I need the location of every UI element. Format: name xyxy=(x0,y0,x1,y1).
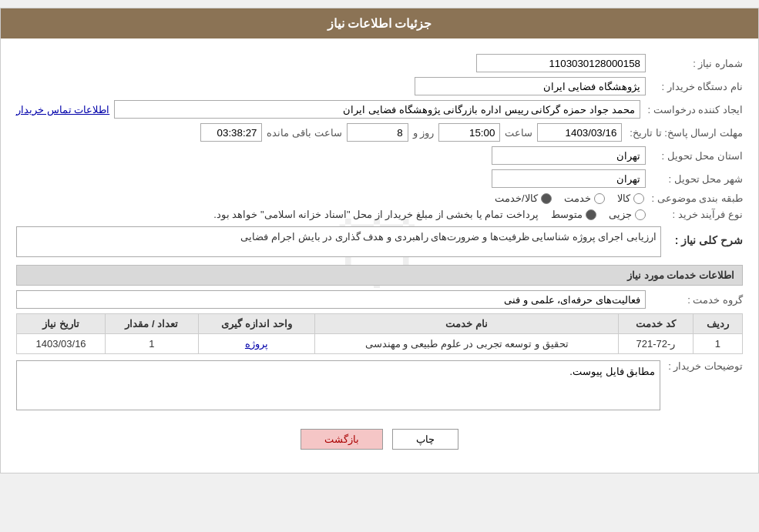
noe-farayand-label: نوع فرآیند خرید : xyxy=(650,209,743,220)
mohlat-label: مهلت ارسال پاسخ: تا تاریخ: xyxy=(626,127,743,139)
tabaqe-khedmat-radio[interactable] xyxy=(594,193,605,204)
baghimande-input[interactable] xyxy=(200,123,262,142)
mohlat-row: مهلت ارسال پاسخ: تا تاریخ: ساعت روز و سا… xyxy=(16,123,743,142)
main-content: 🛡 شماره نیاز : نام دستگاه خریدار : ایجاد… xyxy=(1,38,758,473)
farayand-jozii-radio[interactable] xyxy=(635,209,646,220)
tabaqe-khedmat-label: خدمت xyxy=(564,192,591,204)
saat-label: ساعت xyxy=(505,127,532,139)
grooh-input[interactable] xyxy=(16,290,646,309)
farayand-note: پرداخت تمام یا بخشی از مبلغ خریدار از مح… xyxy=(213,209,539,220)
tabaqe-khedmat-item[interactable]: خدمت xyxy=(564,192,605,204)
back-button[interactable]: بازگشت xyxy=(301,429,383,450)
bottom-buttons: چاپ بازگشت xyxy=(16,417,743,465)
cell-count: 1 xyxy=(106,334,198,354)
nam-dastgah-row: نام دستگاه خریدار : xyxy=(16,77,743,95)
col-radif: ردیف xyxy=(693,314,743,334)
ostan-label: استان محل تحویل : xyxy=(650,150,743,162)
tabaqe-label: طبقه بندی موضوعی : xyxy=(649,192,743,204)
farayand-mottavassett-label: متوسط xyxy=(551,209,583,220)
baghimande-label: ساعت باقی مانده xyxy=(267,127,341,139)
tabaqe-kala-item[interactable]: کالا xyxy=(617,192,644,204)
sharh-value: ارزیابی اجرای پروژه شناسایی ظرفیت‌ها و ض… xyxy=(16,226,661,257)
page-header: جزئیات اطلاعات نیاز xyxy=(1,8,758,38)
saat-input[interactable] xyxy=(438,123,500,142)
farayand-mottavassett-item[interactable]: متوسط xyxy=(551,209,596,220)
tabaqe-kala-radio[interactable] xyxy=(633,193,644,204)
cell-radif: 1 xyxy=(693,334,743,354)
tabaqe-kala-label: کالا xyxy=(617,192,630,204)
rooz-label: روز و xyxy=(413,127,435,139)
shahr-input[interactable] xyxy=(492,169,646,188)
cell-name: تحقیق و توسعه تجربی در علوم طبیعی و مهند… xyxy=(315,334,619,354)
etalat-tamas-link[interactable]: اطلاعات تماس خریدار xyxy=(16,104,109,115)
rooz-input[interactable] xyxy=(347,123,408,142)
ostan-row: استان محل تحویل : xyxy=(16,146,743,165)
sharh-header: شرح کلی نیاز : xyxy=(666,234,743,246)
farayand-jozii-item[interactable]: جزیی xyxy=(609,209,646,220)
tabaqe-radio-group: کالا خدمت کالا/خدمت xyxy=(495,192,644,204)
towzih-textarea[interactable]: مطابق فایل پیوست. xyxy=(16,360,660,410)
services-table: ردیف کد خدمت نام خدمت واحد اندازه گیری ت… xyxy=(16,313,743,354)
grooh-label: گروه خدمت : xyxy=(650,294,743,306)
tarikh-input[interactable] xyxy=(537,123,622,142)
ostan-input[interactable] xyxy=(492,146,646,165)
towzih-row: توضیحات خریدار : مطابق فایل پیوست. xyxy=(16,360,743,413)
ejad-konande-row: ایجاد کننده درخواست : اطلاعات تماس خریدا… xyxy=(16,100,743,119)
farayand-mottavassett-radio[interactable] xyxy=(586,209,596,220)
noe-farayand-row: نوع فرآیند خرید : جزیی متوسط پرداخت تمام… xyxy=(16,209,743,220)
shomara-niaz-input[interactable] xyxy=(476,54,646,72)
cell-unit: پروژه xyxy=(198,334,315,354)
col-name: نام خدمت xyxy=(315,314,619,334)
tabaqe-row: طبقه بندی موضوعی : کالا خدمت کالا/خدمت xyxy=(16,192,743,204)
nam-dastgah-input[interactable] xyxy=(415,77,646,95)
print-button[interactable]: چاپ xyxy=(392,429,458,450)
towzih-label: توضیحات خریدار : xyxy=(665,360,743,372)
page-title: جزئیات اطلاعات نیاز xyxy=(327,17,432,30)
col-date: تاریخ نیاز xyxy=(17,314,106,334)
nam-dastgah-label: نام دستگاه خریدار : xyxy=(650,81,743,92)
tabaqe-kala-khedmat-item[interactable]: کالا/خدمت xyxy=(495,192,552,204)
cell-code: ر-72-721 xyxy=(619,334,693,354)
col-code: کد خدمت xyxy=(619,314,693,334)
shahr-label: شهر محل تحویل : xyxy=(650,173,743,185)
col-count: تعداد / مقدار xyxy=(106,314,198,334)
shahr-row: شهر محل تحویل : xyxy=(16,169,743,188)
page-wrapper: جزئیات اطلاعات نیاز 🛡 شماره نیاز : نام د… xyxy=(0,8,759,473)
shomara-niaz-row: شماره نیاز : xyxy=(16,54,743,72)
grooh-row: گروه خدمت : xyxy=(16,290,743,309)
col-unit: واحد اندازه گیری xyxy=(198,314,315,334)
sharh-row: شرح کلی نیاز : ارزیابی اجرای پروژه شناسا… xyxy=(16,226,743,257)
table-row: 1ر-72-721تحقیق و توسعه تجربی در علوم طبی… xyxy=(17,334,743,354)
khadamat-section-header: اطلاعات خدمات مورد نیاز xyxy=(16,265,743,286)
shomara-niaz-label: شماره نیاز : xyxy=(650,58,743,69)
ejad-konande-label: ایجاد کننده درخواست : xyxy=(645,104,743,115)
farayand-radio-group: جزیی متوسط xyxy=(551,209,646,220)
farayand-jozii-label: جزیی xyxy=(609,209,632,220)
ejad-konande-input[interactable] xyxy=(114,100,640,119)
cell-date: 1403/03/16 xyxy=(17,334,106,354)
tabaqe-kala-khedmat-label: کالا/خدمت xyxy=(495,192,538,204)
tabaqe-kala-khedmat-radio[interactable] xyxy=(541,193,552,204)
